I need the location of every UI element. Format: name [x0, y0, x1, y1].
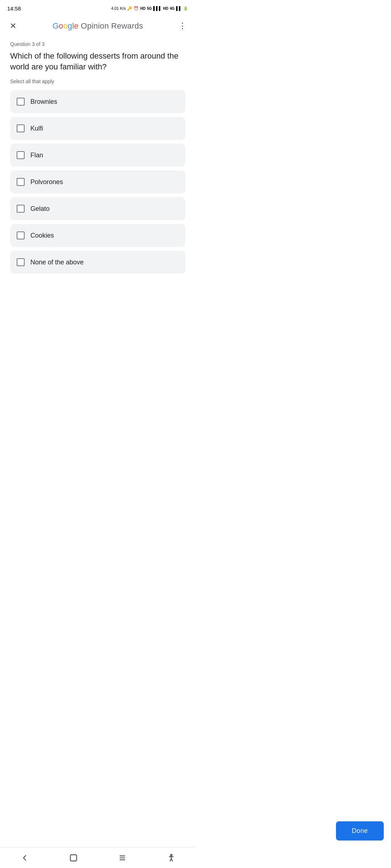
option-label-kulfi: Kulfi [30, 125, 43, 132]
alarm-icon: ⏰ [134, 6, 139, 11]
option-label-gelato: Gelato [30, 205, 50, 213]
question-text: Which of the following desserts from aro… [10, 51, 185, 72]
option-flan[interactable]: Flan [10, 144, 185, 167]
option-label-flan: Flan [30, 152, 43, 159]
option-polvorones[interactable]: Polvorones [10, 170, 185, 193]
5g-indicator: 5G [147, 7, 152, 10]
options-list: Brownies Kulfi Flan Polvorones Gelato Co… [10, 90, 185, 274]
option-gelato[interactable]: Gelato [10, 197, 185, 220]
checkbox-cookies[interactable] [17, 231, 25, 239]
4g-indicator: 4G [170, 7, 175, 10]
option-label-brownies: Brownies [30, 98, 57, 106]
app-title: Google Opinion Rewards [52, 21, 143, 31]
signal2-icon: ▌▌ [176, 6, 182, 10]
option-label-none-of-the-above: None of the above [30, 259, 84, 266]
option-label-polvorones: Polvorones [30, 178, 63, 186]
survey-content: Question 3 of 3 Which of the following d… [0, 37, 196, 281]
overflow-menu-button[interactable]: ⋮ [176, 20, 189, 33]
hd-indicator: HD [140, 7, 145, 10]
status-bar: 14:58 4.01 K/s 🔑 ⏰ HD 5G ▌▌▌ HD 4G ▌▌ 🔋 [0, 0, 196, 15]
status-time: 14:58 [7, 5, 21, 12]
checkbox-flan[interactable] [17, 151, 25, 159]
app-bar: ✕ Google Opinion Rewards ⋮ [0, 15, 196, 37]
key-icon: 🔑 [127, 6, 132, 11]
hd2-indicator: HD [163, 7, 168, 10]
question-progress: Question 3 of 3 [10, 41, 185, 47]
option-kulfi[interactable]: Kulfi [10, 117, 185, 140]
status-icons: 4.01 K/s 🔑 ⏰ HD 5G ▌▌▌ HD 4G ▌▌ 🔋 [111, 6, 188, 11]
select-hint: Select all that apply [10, 78, 185, 84]
checkbox-none-of-the-above[interactable] [17, 258, 25, 266]
checkbox-polvorones[interactable] [17, 178, 25, 186]
speed-indicator: 4.01 K/s [111, 6, 126, 10]
checkbox-kulfi[interactable] [17, 124, 25, 132]
option-label-cookies: Cookies [30, 232, 54, 239]
option-brownies[interactable]: Brownies [10, 90, 185, 113]
signal-icon: ▌▌▌ [153, 6, 161, 10]
option-none-of-the-above[interactable]: None of the above [10, 251, 185, 274]
close-button[interactable]: ✕ [7, 20, 20, 33]
option-cookies[interactable]: Cookies [10, 224, 185, 247]
checkbox-brownies[interactable] [17, 98, 25, 106]
battery-icon: 🔋 [183, 6, 188, 11]
checkbox-gelato[interactable] [17, 205, 25, 213]
